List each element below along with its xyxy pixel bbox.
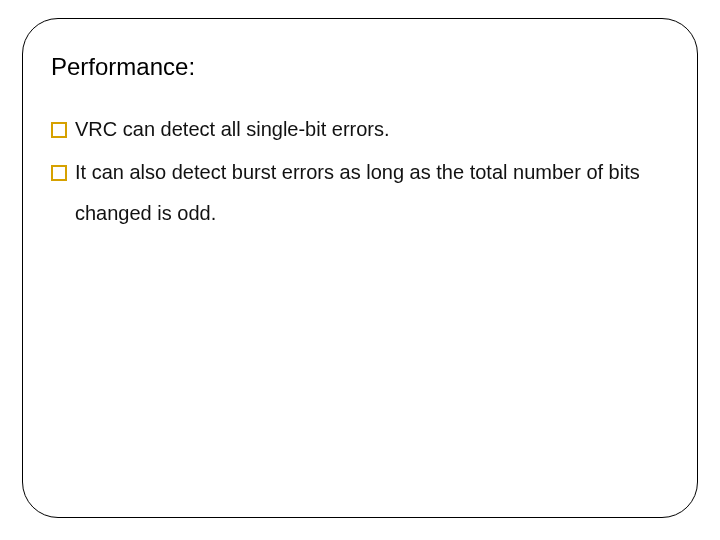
slide: Performance: VRC can detect all single-b…: [0, 0, 720, 540]
list-item-text: VRC can detect all single-bit errors.: [75, 109, 669, 150]
slide-frame: Performance: VRC can detect all single-b…: [22, 18, 698, 518]
bullet-list: VRC can detect all single-bit errors. It…: [51, 109, 669, 234]
slide-heading: Performance:: [51, 53, 669, 81]
square-bullet-icon: [51, 165, 67, 181]
list-item-text: It can also detect burst errors as long …: [75, 152, 669, 234]
square-bullet-icon: [51, 122, 67, 138]
list-item: VRC can detect all single-bit errors.: [51, 109, 669, 150]
list-item: It can also detect burst errors as long …: [51, 152, 669, 234]
